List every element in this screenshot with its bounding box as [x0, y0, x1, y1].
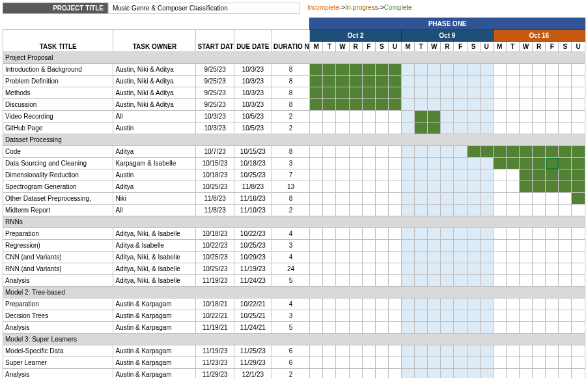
- gantt-cell[interactable]: [336, 228, 349, 240]
- gantt-cell[interactable]: [480, 322, 493, 334]
- gantt-cell[interactable]: [336, 357, 349, 369]
- gantt-cell[interactable]: [480, 228, 493, 240]
- gantt-cell[interactable]: [454, 263, 467, 275]
- gantt-cell[interactable]: [441, 87, 454, 99]
- cell-owner[interactable]: Austin: [113, 123, 196, 134]
- gantt-cell[interactable]: [401, 228, 414, 240]
- gantt-cell[interactable]: [310, 252, 323, 263]
- gantt-cell[interactable]: [467, 275, 480, 287]
- gantt-cell[interactable]: [480, 205, 493, 216]
- gantt-cell[interactable]: [533, 240, 546, 252]
- gantt-cell[interactable]: [310, 228, 323, 240]
- gantt-cell[interactable]: [559, 240, 572, 252]
- gantt-cell[interactable]: [441, 111, 454, 123]
- gantt-cell[interactable]: [546, 345, 559, 357]
- cell-start[interactable]: 10/25/23: [196, 252, 234, 263]
- gantt-cell[interactable]: [493, 228, 506, 240]
- gantt-cell[interactable]: [480, 64, 493, 76]
- gantt-cell[interactable]: [323, 76, 336, 87]
- gantt-cell[interactable]: [559, 123, 572, 134]
- cell-start[interactable]: 10/18/23: [196, 169, 234, 181]
- gantt-cell[interactable]: [441, 205, 454, 216]
- gantt-cell[interactable]: [336, 158, 349, 169]
- gantt-cell[interactable]: [401, 322, 414, 334]
- gantt-cell[interactable]: [493, 146, 506, 158]
- gantt-cell[interactable]: [428, 310, 441, 322]
- gantt-cell[interactable]: [401, 310, 414, 322]
- gantt-cell[interactable]: [323, 310, 336, 322]
- gantt-cell[interactable]: [506, 99, 519, 111]
- gantt-cell[interactable]: [454, 228, 467, 240]
- gantt-cell[interactable]: [375, 357, 388, 369]
- gantt-cell[interactable]: [480, 263, 493, 275]
- cell-task[interactable]: Methods: [3, 87, 113, 99]
- gantt-cell[interactable]: [428, 87, 441, 99]
- gantt-cell[interactable]: [572, 87, 585, 99]
- gantt-cell[interactable]: [428, 252, 441, 263]
- cell-owner[interactable]: Austin, Niki & Aditya: [113, 64, 196, 76]
- gantt-cell[interactable]: [349, 76, 362, 87]
- cell-dur[interactable]: 8: [272, 193, 309, 205]
- gantt-cell[interactable]: [559, 357, 572, 369]
- gantt-cell[interactable]: [546, 240, 559, 252]
- gantt-cell[interactable]: [388, 169, 401, 181]
- gantt-cell[interactable]: [323, 322, 336, 334]
- cell-owner[interactable]: Aditya: [113, 181, 196, 193]
- cell-task[interactable]: Introduction & Background: [3, 64, 113, 76]
- gantt-cell[interactable]: [428, 263, 441, 275]
- gantt-cell[interactable]: [572, 369, 585, 379]
- gantt-cell[interactable]: [506, 228, 519, 240]
- gantt-cell[interactable]: [546, 252, 559, 263]
- gantt-cell[interactable]: [401, 240, 414, 252]
- gantt-cell[interactable]: [362, 181, 375, 193]
- gantt-cell[interactable]: [428, 193, 441, 205]
- cell-due[interactable]: 12/1/23: [234, 369, 272, 379]
- cell-start[interactable]: 9/25/23: [196, 87, 234, 99]
- gantt-cell[interactable]: [572, 252, 585, 263]
- gantt-cell[interactable]: [519, 275, 532, 287]
- gantt-cell[interactable]: [336, 76, 349, 87]
- gantt-cell[interactable]: [349, 64, 362, 76]
- gantt-cell[interactable]: [310, 275, 323, 287]
- gantt-cell[interactable]: [572, 228, 585, 240]
- gantt-cell[interactable]: [572, 111, 585, 123]
- gantt-cell[interactable]: [388, 146, 401, 158]
- gantt-cell[interactable]: [441, 240, 454, 252]
- gantt-cell[interactable]: [559, 345, 572, 357]
- gantt-cell[interactable]: [559, 158, 572, 169]
- gantt-cell[interactable]: [336, 169, 349, 181]
- gantt-cell[interactable]: [559, 310, 572, 322]
- cell-owner[interactable]: Aditya: [113, 146, 196, 158]
- gantt-cell[interactable]: [323, 99, 336, 111]
- gantt-cell[interactable]: [415, 345, 428, 357]
- gantt-cell[interactable]: [533, 111, 546, 123]
- gantt-cell[interactable]: [533, 345, 546, 357]
- gantt-cell[interactable]: [493, 369, 506, 379]
- gantt-cell[interactable]: [349, 169, 362, 181]
- gantt-cell[interactable]: [480, 181, 493, 193]
- gantt-cell[interactable]: [388, 263, 401, 275]
- gantt-cell[interactable]: [533, 252, 546, 263]
- gantt-cell[interactable]: [388, 357, 401, 369]
- cell-owner[interactable]: Austin & Karpagam: [113, 357, 196, 369]
- gantt-cell[interactable]: [454, 99, 467, 111]
- gantt-cell[interactable]: [493, 87, 506, 99]
- gantt-cell[interactable]: [493, 252, 506, 263]
- gantt-cell[interactable]: [506, 369, 519, 379]
- gantt-cell[interactable]: [559, 99, 572, 111]
- gantt-cell[interactable]: [336, 181, 349, 193]
- gantt-cell[interactable]: [493, 158, 506, 169]
- cell-due[interactable]: 10/22/21: [234, 298, 272, 310]
- gantt-cell[interactable]: [323, 228, 336, 240]
- gantt-cell[interactable]: [533, 169, 546, 181]
- gantt-cell[interactable]: [323, 181, 336, 193]
- gantt-cell[interactable]: [506, 111, 519, 123]
- gantt-cell[interactable]: [375, 263, 388, 275]
- cell-start[interactable]: 11/19/21: [196, 322, 234, 334]
- gantt-cell[interactable]: [493, 64, 506, 76]
- gantt-cell[interactable]: [362, 310, 375, 322]
- gantt-cell[interactable]: [493, 345, 506, 357]
- gantt-cell[interactable]: [480, 111, 493, 123]
- gantt-cell[interactable]: [480, 146, 493, 158]
- cell-dur[interactable]: 4: [272, 298, 309, 310]
